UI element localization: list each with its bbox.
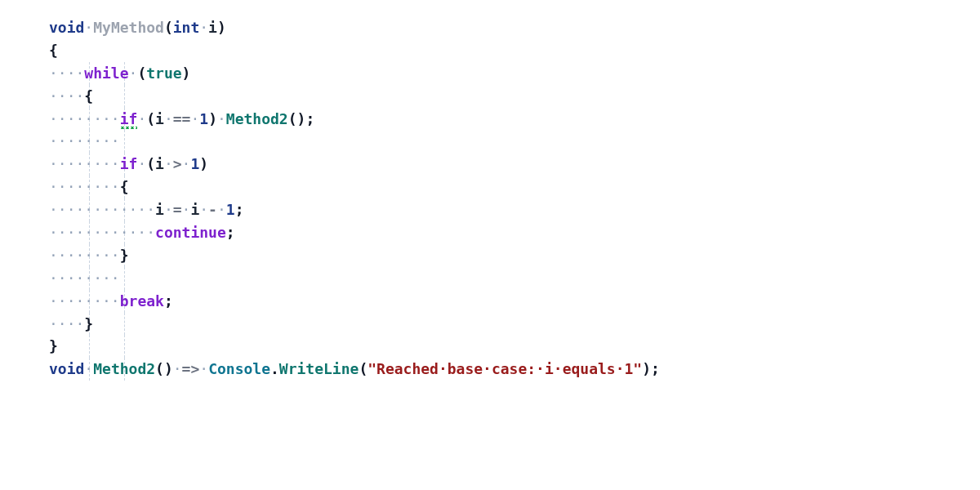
token-punc: ()	[288, 110, 306, 127]
token-punc: (	[164, 19, 173, 36]
token-punc: (	[137, 65, 146, 82]
token-num: 1	[190, 155, 199, 172]
token-ws: ·	[199, 201, 208, 218]
token-punc: (	[359, 360, 368, 377]
token-kw: void	[49, 19, 84, 36]
token-punc: (	[146, 155, 155, 172]
indent-guide	[124, 85, 125, 108]
token-ws: ············	[49, 224, 155, 241]
token-op: ==	[173, 110, 191, 127]
code-line: ············i·=·i·-·1;	[49, 198, 931, 221]
token-func: Method2	[93, 360, 155, 377]
token-ws: ·	[84, 360, 93, 377]
indent-guide	[124, 267, 125, 290]
token-flow: while	[84, 65, 128, 82]
token-ws: ·	[137, 155, 146, 172]
token-punc: )	[208, 110, 217, 127]
token-ws: ·	[164, 155, 173, 172]
token-ws: ····	[49, 87, 84, 105]
token-punc: {	[84, 87, 93, 105]
token-id: i	[208, 19, 217, 36]
code-line: ········break;	[49, 290, 931, 313]
token-ws: ·	[164, 201, 173, 218]
token-flow: if	[120, 155, 138, 172]
indent-guide	[89, 335, 90, 358]
token-op: -	[208, 201, 217, 218]
token-punc: )	[199, 155, 208, 172]
token-op: >	[173, 155, 182, 172]
token-ws: ·	[173, 360, 182, 377]
token-mname: MyMethod	[93, 19, 164, 36]
code-line: void·MyMethod(int·i)	[49, 16, 931, 39]
code-line: ········if·(i·>·1)	[49, 153, 931, 176]
token-flow: if	[120, 110, 138, 129]
token-ws: ········	[49, 270, 120, 287]
token-ws: ········	[49, 292, 120, 310]
code-line: {	[49, 39, 931, 62]
token-punc: .	[270, 360, 279, 377]
indent-guide	[124, 313, 125, 336]
token-ws: ·	[182, 201, 191, 218]
token-func: Method2	[226, 110, 288, 127]
token-punc: (	[146, 110, 155, 127]
token-punc: }	[84, 315, 93, 332]
indent-guide	[124, 335, 125, 358]
token-ws: ·	[137, 110, 146, 127]
token-ws: ········	[49, 110, 120, 127]
token-op: =	[173, 201, 182, 218]
token-punc: }	[49, 337, 58, 354]
token-ws: ········	[49, 247, 120, 264]
token-punc: ;	[226, 224, 235, 241]
token-punc: }	[120, 247, 129, 264]
code-line: void·Method2()·=>·Console.WriteLine("Rea…	[49, 358, 931, 381]
token-ws: ·	[164, 110, 173, 127]
code-line: }	[49, 335, 931, 358]
token-num: 1	[199, 110, 208, 127]
code-line: ········if·(i·==·1)·Method2();	[49, 108, 931, 131]
token-punc: )	[182, 65, 191, 82]
token-ws: ········	[49, 155, 120, 172]
token-punc: ;	[651, 360, 660, 377]
token-ws: ·	[84, 19, 93, 36]
token-func: WriteLine	[279, 360, 359, 377]
token-punc: {	[49, 42, 58, 59]
code-line: ····}	[49, 313, 931, 336]
code-line: ········}	[49, 244, 931, 267]
token-btrue: true	[146, 65, 181, 82]
token-str: "Reached·base·case:·i·equals·1"	[368, 360, 642, 377]
token-ws: ····	[49, 65, 84, 82]
token-punc: {	[120, 178, 129, 195]
code-line: ········	[49, 130, 931, 153]
token-ws: ·	[182, 155, 191, 172]
token-punc: )	[217, 19, 226, 36]
token-num: 1	[226, 201, 235, 218]
token-op: =>	[182, 360, 200, 377]
token-punc: ()	[155, 360, 173, 377]
token-ws: ············	[49, 201, 155, 218]
code-line: ········	[49, 267, 931, 290]
token-ws: ·	[199, 360, 208, 377]
token-punc: ;	[305, 110, 314, 127]
code-line: ········{	[49, 176, 931, 198]
token-ws: ·	[217, 110, 226, 127]
token-ws: ········	[49, 178, 120, 195]
token-kw: void	[49, 360, 84, 377]
token-punc: )	[642, 360, 651, 377]
token-ws: ·	[199, 19, 208, 36]
code-block: void·MyMethod(int·i){····while·(true)···…	[49, 16, 931, 381]
token-id: i	[190, 201, 199, 218]
token-ws: ·	[190, 110, 199, 127]
code-line: ············continue;	[49, 221, 931, 244]
token-punc: ;	[164, 292, 173, 310]
code-line: ····while·(true)	[49, 62, 931, 85]
token-cls: Console	[208, 360, 270, 377]
token-id: i	[155, 155, 164, 172]
token-flow: continue	[155, 224, 226, 241]
token-flow: break	[120, 292, 164, 310]
token-id: i	[155, 201, 164, 218]
code-line: ····{	[49, 85, 931, 108]
token-ws: ·	[129, 65, 138, 82]
token-id: i	[155, 110, 164, 127]
token-ws: ····	[49, 315, 84, 332]
token-ws: ········	[49, 132, 120, 149]
